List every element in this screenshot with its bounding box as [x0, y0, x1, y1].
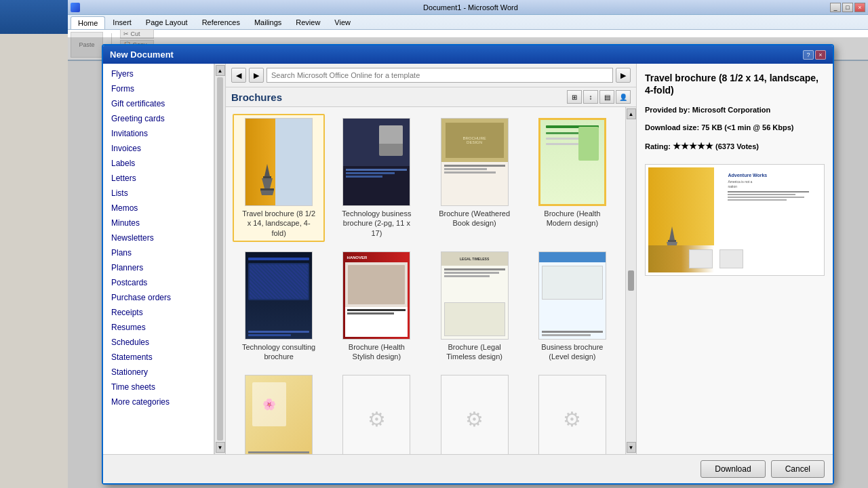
template-travel-brochure[interactable]: Travel brochure (8 1/2 x 14, landscape, … [233, 114, 325, 242]
template-label-travel: Travel brochure (8 1/2 x 14, landscape, … [241, 209, 316, 238]
template-thumb-tech [342, 118, 410, 206]
download-button[interactable]: Download [701, 460, 765, 478]
template-business-level[interactable]: Business brochure (Level design) [526, 247, 618, 366]
template-thumb-health-stylish: HANOVER [342, 251, 410, 340]
templates-scroll-area: Travel brochure (8 1/2 x 14, landscape, … [226, 107, 636, 454]
sidebar-item-purchase-orders[interactable]: Purchase orders [103, 290, 214, 305]
forward-button[interactable]: ▶ [249, 68, 264, 83]
sidebar-item-stationery[interactable]: Stationery [103, 365, 214, 380]
window-controls: _ □ × [830, 3, 865, 12]
preview-download-size-label: Download size: [645, 123, 701, 131]
tab-mailings[interactable]: Mailings [248, 16, 288, 29]
title-bar: Document1 - Microsoft Word _ □ × [68, 0, 868, 15]
sidebar-scroll-down[interactable]: ▼ [216, 442, 225, 453]
view-thumbnails-btn[interactable]: ⊞ [567, 90, 582, 104]
template-legal-timeless[interactable]: LEGAL TIMELESS [429, 247, 521, 366]
preview-rating-label: Rating: [645, 142, 673, 150]
minimize-btn[interactable]: _ [830, 3, 841, 12]
maximize-btn[interactable]: □ [842, 3, 853, 12]
section-header: Brochures ⊞ ↕ ▤ 👤 [226, 87, 636, 107]
search-input[interactable] [267, 68, 613, 83]
sidebar-item-invitations[interactable]: Invitations [103, 126, 214, 141]
sidebar-item-lists[interactable]: Lists [103, 186, 214, 201]
view-list-btn[interactable]: ▤ [599, 90, 614, 104]
preview-provided-by-label: Provided by: [645, 106, 692, 114]
sidebar-item-resumes[interactable]: Resumes [103, 320, 214, 335]
template-tech-business[interactable]: Technology business brochure (2-pg, 11 x… [330, 114, 422, 242]
right-preview-panel: Travel brochure (8 1/2 x 14, landscape, … [636, 64, 833, 454]
sidebar-item-labels[interactable]: Labels [103, 156, 214, 171]
sidebar-item-statements[interactable]: Statements [103, 350, 214, 365]
dialog-footer: Download Cancel [103, 454, 833, 483]
eiffel-tower-icon [258, 163, 277, 195]
search-toolbar: ◀ ▶ ▶ [226, 64, 636, 87]
template-thumb-business-level [538, 251, 606, 340]
sidebar-item-forms[interactable]: Forms [103, 81, 214, 96]
sidebar-item-flyers[interactable]: Flyers [103, 66, 214, 81]
sidebar-item-postcards[interactable]: Postcards [103, 275, 214, 290]
search-go-button[interactable]: ▶ [616, 68, 631, 83]
sidebar-item-minutes[interactable]: Minutes [103, 216, 214, 230]
close-btn[interactable]: × [854, 3, 865, 12]
template-business-half[interactable]: 🌸 Business brochure (8 1/2... [233, 371, 325, 454]
tab-page-layout[interactable]: Page Layout [139, 16, 195, 29]
dialog-title-controls: ? × [803, 50, 826, 60]
new-document-dialog: New Document ? × Flyers Forms Gift certi… [102, 44, 834, 485]
category-sidebar: Flyers Forms Gift certificates Greeting … [103, 64, 214, 454]
back-button[interactable]: ◀ [231, 68, 246, 83]
tab-review[interactable]: Review [289, 16, 327, 29]
tab-view[interactable]: View [328, 16, 357, 29]
sidebar-item-newsletters[interactable]: Newsletters [103, 230, 214, 245]
svg-rect-3 [260, 188, 274, 190]
dialog-help-btn[interactable]: ? [803, 50, 814, 60]
preview-title: Travel brochure (8 1/2 x 14, landscape, … [645, 72, 825, 96]
template-tech-consulting[interactable]: Technology consulting brochure [233, 247, 325, 366]
preview-large-image: Adventure Works America is not a nation [645, 164, 825, 276]
template-label-health-stylish: Brochure (Health Stylish design) [339, 342, 414, 362]
sidebar-item-more-categories[interactable]: More categories [103, 394, 214, 409]
template-thumb-health-modern [538, 118, 606, 206]
content-scroll-up[interactable]: ▲ [627, 108, 636, 119]
sidebar-item-time-sheets[interactable]: Time sheets [103, 380, 214, 394]
cancel-button[interactable]: Cancel [771, 460, 825, 478]
dialog-close-btn[interactable]: × [815, 50, 826, 60]
view-sort-btn[interactable]: ↕ [583, 90, 598, 104]
svg-marker-4 [260, 190, 274, 195]
sidebar-item-greeting-cards[interactable]: Greeting cards [103, 111, 214, 126]
sidebar-scroll-up[interactable]: ▲ [216, 65, 225, 76]
sidebar-item-receipts[interactable]: Receipts [103, 305, 214, 320]
preview-large-inner: Adventure Works America is not a nation [648, 167, 821, 272]
preview-thumbnail-2 [719, 249, 743, 268]
tab-references[interactable]: References [195, 16, 247, 29]
preview-stars: ★★★★★ [673, 141, 713, 151]
ribbon-tabs: Home Insert Page Layout References Maili… [68, 15, 868, 29]
template-health-stylish[interactable]: HANOVER [330, 247, 422, 366]
sidebar-item-invoices[interactable]: Invoices [103, 141, 214, 156]
template-professional-services[interactable]: ⚙ Professional services [429, 371, 521, 454]
preview-votes: (6373 Votes) [715, 142, 759, 150]
view-detail-btn[interactable]: 👤 [616, 90, 631, 104]
sidebar-item-letters[interactable]: Letters [103, 171, 214, 186]
loading-spinner-1: ⚙ [343, 375, 410, 454]
loading-spinner-2: ⚙ [441, 375, 508, 454]
svg-rect-1 [263, 176, 271, 178]
content-scroll-down[interactable]: ▼ [627, 442, 636, 453]
section-title: Brochures [231, 92, 282, 103]
tab-home[interactable]: Home [71, 16, 105, 29]
dialog-body: Flyers Forms Gift certificates Greeting … [103, 64, 833, 454]
template-weathered-book[interactable]: BROCHUREDESIGN [429, 114, 521, 242]
preview-download-size-value: 75 KB (<1 min @ 56 Kbps) [701, 123, 793, 131]
template-health-modern[interactable]: Brochure (Health Modern design) [526, 114, 618, 242]
sidebar-item-plans[interactable]: Plans [103, 245, 214, 260]
preview-download-size: Download size: 75 KB (<1 min @ 56 Kbps) [645, 122, 825, 134]
sidebar-item-planners[interactable]: Planners [103, 260, 214, 275]
template-business-marketing[interactable]: ⚙ Business marketing [526, 371, 618, 454]
sidebar-item-gift-certificates[interactable]: Gift certificates [103, 96, 214, 111]
tab-insert[interactable]: Insert [106, 16, 138, 29]
sidebar-item-schedules[interactable]: Schedules [103, 335, 214, 350]
dialog-title-text: New Document [110, 49, 174, 60]
template-event-marketing[interactable]: ⚙ Event marketing [330, 371, 422, 454]
preview-thumbnail-1 [689, 249, 713, 268]
content-scrollbar-thumb[interactable] [628, 270, 634, 291]
sidebar-item-memos[interactable]: Memos [103, 201, 214, 216]
